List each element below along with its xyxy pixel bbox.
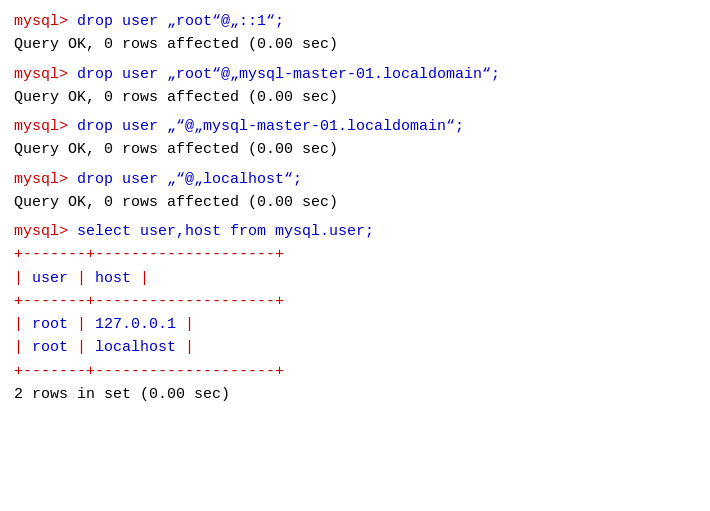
table-row2-pipe-mid: | bbox=[68, 339, 95, 356]
table-row2-host: localhost bbox=[95, 339, 185, 356]
command-block-5: mysql> select user,host from mysql.user;… bbox=[14, 220, 696, 406]
table-header-row: | user | host | bbox=[14, 267, 696, 290]
table-row2-pipe-left: | bbox=[14, 339, 32, 356]
command-line-5: mysql> select user,host from mysql.user; bbox=[14, 220, 696, 243]
command-text-5: select user,host from mysql.user; bbox=[68, 223, 374, 240]
command-block-1: mysql> drop user „root“@„::1“; Query OK,… bbox=[14, 10, 696, 57]
prompt-5: mysql> bbox=[14, 223, 68, 240]
table-row1-pipe-mid: | bbox=[68, 316, 95, 333]
prompt-3: mysql> bbox=[14, 118, 68, 135]
command-block-2: mysql> drop user „root“@„mysql-master-01… bbox=[14, 63, 696, 110]
table-footer: 2 rows in set (0.00 sec) bbox=[14, 383, 696, 406]
table-row-2: | root | localhost | bbox=[14, 336, 696, 359]
command-line-1: mysql> drop user „root“@„::1“; bbox=[14, 10, 696, 33]
table-row2-pipe-right: | bbox=[185, 339, 194, 356]
table-row1-pipe-right: | bbox=[185, 316, 194, 333]
table-header-pipe-left: | bbox=[14, 270, 32, 287]
command-block-3: mysql> drop user „“@„mysql-master-01.loc… bbox=[14, 115, 696, 162]
table-header-user: user bbox=[32, 270, 68, 287]
command-line-4: mysql> drop user „“@„localhost“; bbox=[14, 168, 696, 191]
table-header-pipe-right: | bbox=[140, 270, 149, 287]
table-row1-host: 127.0.0.1 bbox=[95, 316, 185, 333]
output-3: Query OK, 0 rows affected (0.00 sec) bbox=[14, 138, 696, 161]
output-1: Query OK, 0 rows affected (0.00 sec) bbox=[14, 33, 696, 56]
table-header-pipe-mid: | bbox=[68, 270, 95, 287]
table-row1-user: root bbox=[32, 316, 68, 333]
terminal: mysql> drop user „root“@„::1“; Query OK,… bbox=[14, 10, 696, 406]
command-line-2: mysql> drop user „root“@„mysql-master-01… bbox=[14, 63, 696, 86]
prompt-1: mysql> bbox=[14, 13, 68, 30]
output-2: Query OK, 0 rows affected (0.00 sec) bbox=[14, 86, 696, 109]
table-border-top: +-------+--------------------+ bbox=[14, 243, 696, 266]
command-line-3: mysql> drop user „“@„mysql-master-01.loc… bbox=[14, 115, 696, 138]
table-row-1: | root | 127.0.0.1 | bbox=[14, 313, 696, 336]
table-border-bot: +-------+--------------------+ bbox=[14, 360, 696, 383]
prompt-2: mysql> bbox=[14, 66, 68, 83]
table-border-mid: +-------+--------------------+ bbox=[14, 290, 696, 313]
command-block-4: mysql> drop user „“@„localhost“; Query O… bbox=[14, 168, 696, 215]
table-header-host: host bbox=[95, 270, 140, 287]
output-4: Query OK, 0 rows affected (0.00 sec) bbox=[14, 191, 696, 214]
table-row1-pipe-left: | bbox=[14, 316, 32, 333]
table-row2-user: root bbox=[32, 339, 68, 356]
prompt-4: mysql> bbox=[14, 171, 68, 188]
command-text-3: drop user „“@„mysql-master-01.localdomai… bbox=[68, 118, 464, 135]
command-text-2: drop user „root“@„mysql-master-01.locald… bbox=[68, 66, 500, 83]
command-text-1: drop user „root“@„::1“; bbox=[68, 13, 284, 30]
command-text-4: drop user „“@„localhost“; bbox=[68, 171, 302, 188]
